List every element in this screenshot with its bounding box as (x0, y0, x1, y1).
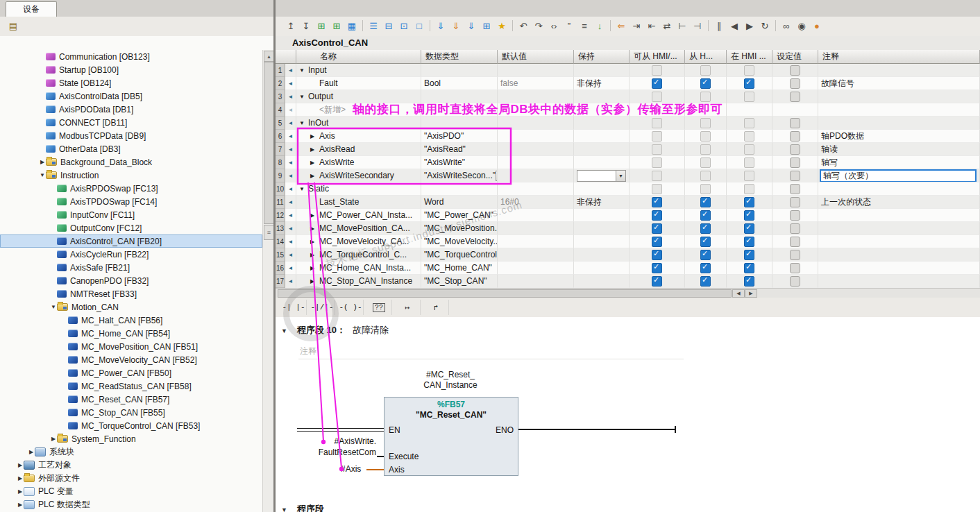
hmi-visible-checkbox[interactable] (744, 223, 754, 234)
chevron-right-icon[interactable]: ▶ (310, 133, 319, 139)
chevron-right-icon[interactable]: ▶ (310, 212, 319, 219)
default-cell[interactable] (498, 143, 574, 156)
tree-item-axistpdoswap[interactable]: AxisTPDOSwap [FC14] (0, 195, 262, 208)
hmi-accessible-checkbox[interactable] (652, 263, 662, 273)
name-cell[interactable]: ▼InOut (296, 117, 421, 130)
tree-item-modbustcpdata[interactable]: ModbusTCPData [DB9] (0, 129, 262, 142)
tree-item-系统块[interactable]: ▶系统块 (0, 445, 262, 459)
chevron-down-icon[interactable]: ▼ (299, 120, 308, 126)
tree-item-mc-home-can[interactable]: MC_Home_CAN [FB54] (0, 327, 262, 340)
scroll-thumb[interactable] (264, 62, 273, 224)
tree-item-plc-变量[interactable]: ▶PLC 变量 (0, 485, 262, 498)
download-icon[interactable]: ⇓ (434, 19, 448, 33)
open-networks-icon[interactable]: ⊡ (397, 19, 411, 33)
name-cell[interactable]: ▶MC_TorqueControl_C... (296, 248, 421, 262)
name-cell[interactable]: Fault (296, 77, 421, 90)
comment-cell[interactable]: 轴PDO数据 (818, 130, 980, 143)
chevron-down-icon[interactable]: ▼ (50, 304, 57, 310)
comment-cell[interactable] (818, 117, 980, 130)
hmi-writable-checkbox[interactable] (700, 237, 711, 247)
tree-item-axiscontrol-can[interactable]: AxisControl_CAN [FB20] (0, 234, 262, 248)
monitor-all-icon[interactable]: ◉ (795, 19, 809, 33)
chevron-right-icon[interactable]: ▶ (17, 488, 24, 495)
chevron-down-icon[interactable]: ▼ (299, 67, 308, 74)
tree-item-axiscyclerun[interactable]: AxisCycleRun [FB22] (0, 248, 262, 261)
datatype-cell[interactable]: "AxisRead" (421, 143, 498, 156)
glasses-monitor-icon[interactable]: ∞ (779, 19, 793, 33)
tree-item-外部源文件[interactable]: ▶外部源文件 (0, 472, 262, 485)
tree-item-state[interactable]: State [OB124] (0, 76, 262, 89)
name-cell[interactable]: ▶MC_Stop_CAN_Instance (296, 275, 421, 288)
tree-item-axisrpdoswap[interactable]: AxisRPDOSwap [FC13] (0, 182, 262, 195)
default-cell[interactable] (498, 182, 574, 196)
network-title[interactable]: 故障清除 (353, 324, 389, 336)
hmi-visible-checkbox[interactable] (744, 250, 754, 260)
retain-cell[interactable] (574, 235, 630, 248)
hscroll-thumb[interactable] (278, 289, 732, 298)
default-cell[interactable] (498, 156, 574, 169)
brackets-icon[interactable]: ‹› (547, 19, 561, 33)
default-cell[interactable] (498, 248, 574, 262)
comment-cell[interactable] (818, 64, 980, 77)
close-branch-icon[interactable]: ⊣ (691, 19, 704, 33)
block-name[interactable]: "MC_Reset_CAN" (385, 410, 518, 420)
network-comment[interactable]: 注释 (300, 345, 316, 357)
open-branch-icon[interactable]: ⊢ (675, 19, 689, 33)
chevron-right-icon[interactable]: ▶ (17, 462, 24, 468)
chevron-right-icon[interactable]: ▶ (17, 502, 24, 508)
chevron-right-icon[interactable]: ▶ (310, 225, 319, 232)
datatype-cell[interactable]: "MC_MovePosition..." (421, 222, 498, 235)
retain-cell[interactable]: 非保持 (574, 77, 630, 90)
undo-icon[interactable]: ↶ (516, 19, 530, 33)
default-cell[interactable] (498, 103, 574, 117)
tree-item-mc-torquecontrol-can[interactable]: MC_TorqueControl_CAN [FB53] (0, 419, 262, 432)
comment-toggle-icon[interactable]: □ (412, 19, 426, 33)
datatype-cell[interactable]: Bool (421, 77, 498, 90)
tree-item-canopenpdo[interactable]: CanopenPDO [FB32] (0, 274, 262, 287)
retain-cell[interactable] (574, 222, 630, 235)
comment-cell[interactable] (818, 182, 980, 196)
next-network-header[interactable]: ▼ 程序段 (281, 503, 331, 512)
chevron-down-icon[interactable]: ▼ (39, 172, 46, 178)
indent-icon[interactable]: ⇥ (630, 19, 643, 33)
chevron-right-icon[interactable]: ▶ (50, 436, 57, 442)
hmi-accessible-checkbox[interactable] (652, 250, 662, 260)
default-cell[interactable] (498, 90, 574, 103)
default-cell[interactable]: 16#0 (498, 196, 574, 209)
comment-cell[interactable] (818, 262, 980, 275)
comment-cell[interactable]: 轴读 (818, 143, 980, 156)
name-cell[interactable]: Last_State (296, 196, 421, 209)
tree-item-axiscontroldata[interactable]: AxisControlData [DB5] (0, 89, 262, 103)
chevron-right-icon[interactable]: ▶ (310, 265, 319, 271)
open-branch-icon[interactable]: ↦ (395, 300, 421, 315)
datatype-cell[interactable]: "MC_Power_CAN" (421, 209, 498, 222)
name-cell[interactable]: ▼Output (296, 90, 421, 103)
name-cell[interactable]: ▼Input (296, 64, 421, 77)
tree-scrollbar[interactable]: ▲ ≡ (262, 50, 273, 512)
tree-item-background-data-block[interactable]: ▶Background_Data_Block (0, 155, 262, 169)
comment-cell[interactable] (818, 222, 980, 235)
name-cell[interactable]: ▶MC_MovePosition_CA... (296, 222, 421, 235)
default-cell[interactable] (498, 169, 574, 182)
chevron-right-icon[interactable]: ▶ (17, 475, 24, 481)
hmi-visible-checkbox[interactable] (744, 276, 754, 287)
coil-icon[interactable]: -( )- (338, 300, 364, 315)
hmi-writable-checkbox[interactable] (700, 263, 711, 273)
refresh-icon[interactable]: ↻ (758, 19, 772, 33)
datatype-cell[interactable] (421, 182, 498, 196)
pause-icon[interactable]: ∥ (712, 19, 726, 33)
retain-cell[interactable] (574, 182, 630, 196)
hscroll-right-button[interactable]: ▶ (745, 289, 757, 298)
tree-item-工艺对象[interactable]: ▶工艺对象 (0, 459, 262, 472)
en-wire[interactable] (297, 428, 384, 432)
tree-item-outputconv[interactable]: OutputConv [FC12] (0, 221, 262, 234)
retain-cell[interactable] (574, 156, 630, 169)
comment-cell[interactable] (818, 209, 980, 222)
hmi-accessible-checkbox[interactable] (652, 210, 662, 221)
add-row-after-icon[interactable]: ⊞ (330, 19, 344, 33)
network-collapse-icon[interactable]: ▼ (281, 327, 287, 334)
tree-item-mc-halt-can[interactable]: MC_Halt_CAN [FB56] (0, 314, 262, 327)
comment-cell[interactable] (818, 103, 980, 117)
hmi-accessible-checkbox[interactable] (652, 78, 662, 89)
comment-cell[interactable] (818, 275, 980, 288)
